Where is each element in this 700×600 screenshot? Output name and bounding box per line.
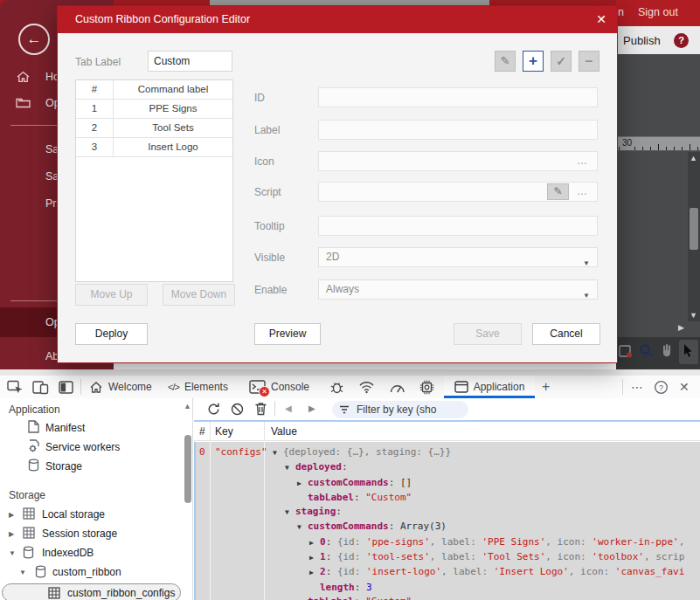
visible-dropdown[interactable]: 2D ▼	[318, 247, 598, 267]
sidebar-item-storage[interactable]: Storage	[45, 460, 82, 472]
script-edit-button[interactable]: ✎	[547, 183, 569, 200]
browse-icon[interactable]: …	[577, 185, 588, 197]
label-input[interactable]	[318, 120, 598, 140]
sidebar-item-local-storage[interactable]: Local storage	[42, 508, 105, 521]
inspect-icon[interactable]	[7, 376, 24, 398]
table-row[interactable]: 2 Tool Sets	[76, 119, 232, 138]
sign-out-button[interactable]: Sign out	[638, 6, 678, 18]
table-row[interactable]: 3 Insert Logo	[76, 138, 232, 157]
more-options-icon[interactable]: ⋯	[631, 376, 643, 398]
sidebar-item-indexeddb[interactable]: IndexedDB	[42, 547, 94, 559]
collapse-icon[interactable]: ▼	[273, 446, 283, 460]
sidebar-item-custom-ribbon-db[interactable]: custom_ribbon	[52, 566, 121, 578]
prev-page-icon[interactable]: ◀	[285, 403, 292, 413]
tree-segment-prop: staging	[295, 506, 336, 517]
move-down-button[interactable]: Move Down	[163, 284, 235, 306]
scrollbar-thumb[interactable]	[690, 208, 698, 250]
selected-store-pill[interactable]: custom_ribbon_configs	[2, 583, 181, 600]
collapse-icon[interactable]: ▼	[285, 461, 295, 475]
next-page-icon[interactable]: ▶	[308, 403, 315, 413]
expand-icon[interactable]: ▶	[9, 530, 14, 538]
scroll-right-icon[interactable]: ▶	[678, 323, 684, 332]
browse-icon[interactable]: …	[577, 155, 588, 167]
close-icon[interactable]: ✕	[596, 6, 606, 33]
save-button[interactable]: Save	[454, 323, 522, 345]
new-tab-icon[interactable]: +	[542, 376, 550, 398]
sidebar-item-object-store[interactable]: custom_ribbon_configs	[67, 587, 175, 599]
collapse-icon[interactable]: ▼	[19, 569, 26, 576]
zoom-tool-icon[interactable]	[639, 343, 655, 362]
code-icon: </>	[168, 382, 179, 392]
table-row[interactable]: 1 PPE Signs	[76, 100, 232, 119]
table-grid-icon	[48, 587, 60, 600]
enable-value: Always	[326, 283, 359, 295]
tab-console[interactable]: ✕ Console	[249, 376, 309, 398]
id-input[interactable]	[318, 87, 598, 107]
performance-gauge-icon[interactable]	[389, 376, 405, 398]
tab-label-input[interactable]	[148, 51, 232, 72]
check-icon: ✓	[556, 54, 566, 68]
cancel-button[interactable]: Cancel	[532, 323, 600, 345]
help-badge[interactable]: ?	[674, 33, 689, 48]
tree-line: ▼customCommands: Array(3)	[271, 520, 699, 534]
tree-segment-preview: , label:	[430, 551, 482, 562]
collapse-icon[interactable]: ▼	[297, 521, 308, 534]
column-divider[interactable]	[210, 422, 211, 440]
sidebar-item-session-storage[interactable]: Session storage	[42, 528, 117, 540]
help-icon[interactable]: ?	[654, 376, 669, 398]
tree-segment-preview: , icon:	[569, 566, 615, 577]
col-value: Value	[271, 425, 297, 438]
scroll-up-icon[interactable]: ▲	[184, 402, 191, 410]
scrollbar-thumb[interactable]	[184, 435, 191, 503]
tooltip-input[interactable]	[318, 216, 598, 236]
expand-icon[interactable]: ▶	[309, 566, 320, 580]
memory-chip-icon[interactable]	[419, 376, 434, 398]
expand-icon[interactable]: ▶	[309, 536, 320, 550]
enable-dropdown[interactable]: Always ▼	[318, 279, 598, 300]
icon-input[interactable]: …	[318, 151, 598, 171]
filter-box[interactable]	[332, 401, 468, 418]
accept-command-button[interactable]: ✓	[551, 51, 572, 72]
column-divider[interactable]	[264, 422, 265, 440]
issues-bug-icon[interactable]	[329, 376, 344, 398]
select-tool-tile[interactable]	[679, 340, 698, 364]
dock-panel-icon[interactable]	[59, 376, 73, 398]
sidebar-item-manifest[interactable]: Manifest	[45, 422, 85, 434]
sidebar-item-service-workers[interactable]: Service workers	[45, 441, 120, 453]
scroll-down-icon[interactable]: ▼	[690, 311, 697, 320]
filter-input[interactable]	[355, 403, 461, 417]
tree-segment-plain: Array(3)	[400, 521, 447, 532]
device-emulation-icon[interactable]	[32, 376, 49, 398]
add-command-button[interactable]: +	[523, 51, 544, 72]
tab-welcome[interactable]: Welcome	[89, 376, 152, 398]
preview-button[interactable]: Preview	[254, 323, 321, 345]
remove-command-button[interactable]: −	[579, 51, 600, 72]
back-button[interactable]: ←	[18, 24, 50, 55]
storage-db-icon	[28, 459, 39, 475]
edit-command-button[interactable]: ✎	[495, 51, 516, 72]
expand-icon[interactable]: ▶	[309, 551, 320, 565]
refresh-icon[interactable]	[206, 402, 221, 420]
sheet-icon[interactable]	[618, 344, 634, 362]
publish-button[interactable]: Publish	[623, 34, 661, 47]
scroll-up-icon[interactable]: ▲	[690, 154, 697, 162]
pan-hand-icon[interactable]	[660, 342, 674, 362]
tree-segment-punct: :	[336, 506, 342, 517]
clear-icon[interactable]	[231, 403, 244, 419]
tree-segment-string: 'canvas_favi	[615, 566, 684, 577]
expand-icon[interactable]: ▶	[297, 477, 308, 491]
tab-elements[interactable]: </> Elements	[168, 376, 228, 398]
collapse-icon[interactable]: ▼	[9, 549, 16, 557]
vertical-scrollbar[interactable]: ▲ ▼	[688, 152, 700, 321]
collapse-icon[interactable]: ▼	[285, 506, 295, 520]
close-devtools-icon[interactable]: ✕	[679, 376, 690, 398]
script-input[interactable]: ✎ …	[318, 182, 598, 202]
tree-segment-prop: customCommands	[308, 477, 389, 488]
expand-icon[interactable]: ▶	[9, 511, 14, 519]
delete-icon[interactable]	[254, 402, 267, 419]
deploy-button[interactable]: Deploy	[75, 323, 148, 345]
store-row[interactable]: 0 "configs" ▼{deployed: {…}, staging: {……	[194, 442, 700, 600]
move-up-button[interactable]: Move Up	[75, 284, 148, 306]
tree-segment-string: 'insert-logo'	[366, 566, 441, 577]
network-wifi-icon[interactable]	[358, 376, 375, 398]
